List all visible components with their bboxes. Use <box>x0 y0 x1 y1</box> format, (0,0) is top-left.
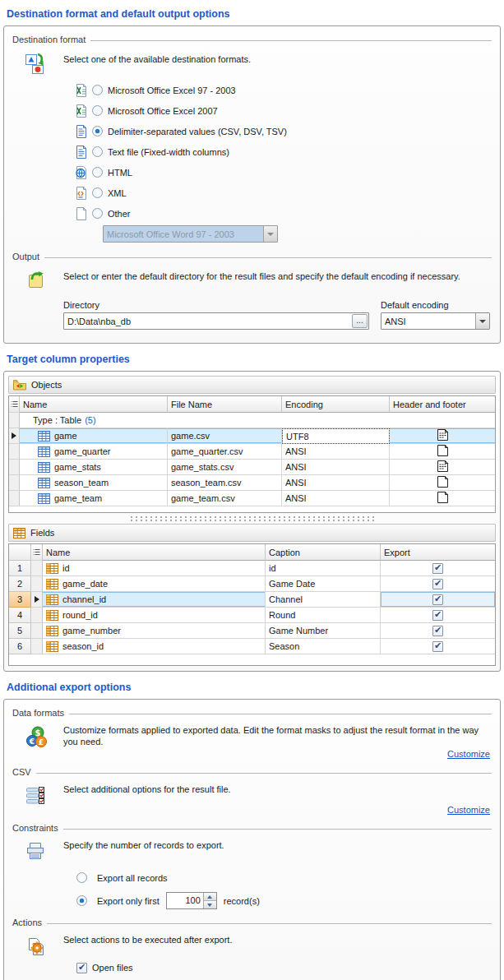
spin-up-icon[interactable] <box>204 893 216 901</box>
field-export-cell[interactable] <box>381 608 495 623</box>
field-name-cell[interactable]: id <box>43 561 266 576</box>
object-encoding-cell[interactable]: ANSI <box>282 475 390 491</box>
export-all-records-option[interactable]: Export all records <box>76 869 490 886</box>
object-file-cell[interactable]: game.csv <box>168 428 282 444</box>
object-encoding-cell[interactable]: ANSI <box>282 491 390 506</box>
format-option-text-file[interactable]: Text file (Fixed-width columns) <box>74 141 500 162</box>
export-checkbox[interactable] <box>432 594 443 605</box>
format-option-delimiter-separated[interactable]: Delimiter-separated values (CSV, DSV, TS… <box>74 121 500 141</box>
directory-input[interactable]: D:\Data\nba_db ... <box>63 312 369 330</box>
export-checkbox[interactable] <box>432 641 443 652</box>
csv-customize-link[interactable]: Customize <box>447 805 490 815</box>
open-files-checkbox[interactable] <box>76 963 87 973</box>
doc-blank-icon[interactable] <box>437 491 449 506</box>
record-count-value[interactable]: 100 <box>167 893 203 908</box>
doc-blank-icon[interactable] <box>437 475 449 490</box>
field-caption-cell[interactable]: id <box>266 561 381 576</box>
object-file-cell[interactable]: game_stats.csv <box>168 460 282 475</box>
format-radio-other[interactable] <box>92 208 103 219</box>
object-header-footer-cell[interactable] <box>390 444 495 460</box>
objects-row-season-team[interactable]: season_team season_team.csv ANSI <box>9 475 495 491</box>
object-name-cell[interactable]: season_team <box>20 475 168 491</box>
field-export-cell[interactable] <box>381 592 495 608</box>
field-export-cell[interactable] <box>381 639 495 654</box>
format-option-other[interactable]: Other <box>74 203 500 224</box>
export-checkbox[interactable] <box>432 579 443 589</box>
object-file-cell[interactable]: game_team.csv <box>168 491 282 506</box>
fields-col-header-name[interactable]: Name <box>43 544 266 561</box>
objects-row-game-stats[interactable]: game_stats game_stats.csv ANSI <box>9 460 495 475</box>
object-encoding-cell[interactable]: ANSI <box>282 460 390 475</box>
objects-col-header-name[interactable]: Name <box>20 396 168 413</box>
object-file-cell[interactable]: game_quarter.csv <box>168 444 282 460</box>
field-name-cell[interactable]: game_date <box>43 576 266 592</box>
export-checkbox[interactable] <box>432 610 443 621</box>
fields-row-game-date[interactable]: 2 game_date Game Date <box>9 576 495 592</box>
doc-blank-icon[interactable] <box>437 444 449 459</box>
format-radio-text-file[interactable] <box>92 146 103 157</box>
object-header-footer-cell[interactable] <box>390 491 495 506</box>
column-chooser-icon[interactable] <box>9 396 20 413</box>
object-header-footer-cell[interactable] <box>390 475 495 491</box>
object-encoding-cell[interactable]: ANSI <box>282 444 390 460</box>
format-option-xml[interactable]: XML <box>74 183 500 203</box>
fields-col-header-export[interactable]: Export <box>381 544 495 561</box>
fields-row-id[interactable]: 1 id id <box>9 561 495 576</box>
column-chooser-icon[interactable] <box>31 544 43 561</box>
field-export-cell[interactable] <box>381 576 495 592</box>
format-option-excel-97-2003[interactable]: Microsoft Office Excel 97 - 2003 <box>74 80 500 100</box>
grid-splitter-handle[interactable] <box>4 513 500 524</box>
open-files-option[interactable]: Open files <box>76 960 490 975</box>
default-encoding-select[interactable]: ANSI <box>381 312 490 330</box>
object-name-cell[interactable]: game_stats <box>20 460 168 475</box>
field-name-cell[interactable]: round_id <box>43 608 266 623</box>
format-radio-excel-2007[interactable] <box>92 105 103 116</box>
export-first-radio[interactable] <box>76 895 87 906</box>
chevron-down-icon[interactable] <box>475 313 489 329</box>
object-file-cell[interactable]: season_team.csv <box>168 475 282 491</box>
field-export-cell[interactable] <box>381 623 495 639</box>
field-caption-cell[interactable]: Round <box>266 608 381 623</box>
field-export-cell[interactable] <box>381 561 495 576</box>
format-radio-html[interactable] <box>92 167 103 178</box>
field-caption-cell[interactable]: Channel <box>266 592 381 608</box>
spin-down-icon[interactable] <box>204 901 216 908</box>
field-name-cell[interactable]: game_number <box>43 623 266 639</box>
doc-lines-icon[interactable] <box>437 428 449 443</box>
objects-row-game-quarter[interactable]: game_quarter game_quarter.csv ANSI <box>9 444 495 460</box>
data-formats-customize-link[interactable]: Customize <box>447 749 490 759</box>
object-name-cell[interactable]: game_team <box>20 491 168 506</box>
field-name-cell[interactable]: season_id <box>43 639 266 654</box>
fields-col-header-caption[interactable]: Caption <box>266 544 381 561</box>
format-radio-xml[interactable] <box>92 187 103 198</box>
fields-row-round-id[interactable]: 4 round_id Round <box>9 608 495 623</box>
objects-col-header-file-name[interactable]: File Name <box>168 396 282 413</box>
field-name-cell[interactable]: channel_id <box>43 592 266 608</box>
fields-row-season-id[interactable]: 6 season_id Season <box>9 639 495 654</box>
format-radio-excel-97-2003[interactable] <box>92 85 103 95</box>
export-first-option[interactable]: Export only first 100 record(s) <box>76 892 490 909</box>
field-caption-cell[interactable]: Game Number <box>266 623 381 639</box>
export-checkbox[interactable] <box>432 626 443 636</box>
object-name-cell[interactable]: game <box>20 428 168 444</box>
browse-button[interactable]: ... <box>352 314 368 328</box>
objects-group-row[interactable]: Type : Table (5) <box>9 413 495 428</box>
format-radio-delimiter-separated[interactable] <box>92 126 103 136</box>
export-checkbox[interactable] <box>432 563 443 574</box>
field-caption-cell[interactable]: Season <box>266 639 381 654</box>
object-name-cell[interactable]: game_quarter <box>20 444 168 460</box>
format-option-html[interactable]: HTML <box>74 162 500 183</box>
objects-col-header-header-footer[interactable]: Header and footer <box>390 396 495 413</box>
fields-row-channel-id[interactable]: 3 channel_id Channel <box>9 592 495 608</box>
object-header-footer-cell[interactable] <box>390 460 495 475</box>
objects-row-game[interactable]: game game.csv UTF8 <box>9 428 495 444</box>
field-caption-cell[interactable]: Game Date <box>266 576 381 592</box>
object-encoding-cell-editing[interactable]: UTF8 <box>282 428 390 444</box>
doc-lines-icon[interactable] <box>437 460 449 474</box>
record-count-stepper[interactable]: 100 <box>166 892 217 909</box>
objects-col-header-encoding[interactable]: Encoding <box>282 396 390 413</box>
export-all-radio[interactable] <box>76 872 87 883</box>
objects-row-game-team[interactable]: game_team game_team.csv ANSI <box>9 491 495 506</box>
object-header-footer-cell[interactable] <box>390 428 495 444</box>
fields-row-game-number[interactable]: 5 game_number Game Number <box>9 623 495 639</box>
